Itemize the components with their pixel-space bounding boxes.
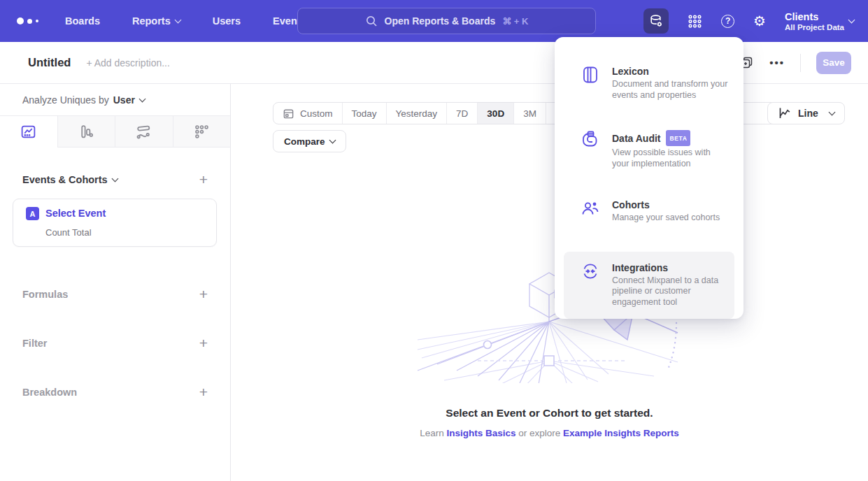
chevron-down-icon (848, 17, 855, 24)
menu-item-description: Document and transform your events and p… (612, 79, 729, 101)
add-event-button[interactable]: + (199, 173, 208, 187)
chevron-down-icon (828, 109, 835, 116)
more-options-button[interactable]: ••• (769, 57, 785, 69)
menu-item-data-audit[interactable]: Data Audit BETA View possible issues wit… (564, 130, 734, 169)
org-name: Clients (785, 11, 844, 23)
date-range-yesterday[interactable]: Yesterday (386, 103, 447, 124)
tab-linear-trend[interactable] (0, 116, 57, 148)
menu-item-title: Data Audit (612, 132, 660, 145)
global-search-input[interactable]: Open Reports & Boards ⌘ + K (297, 8, 596, 34)
measurement-tabs (0, 115, 230, 148)
add-formula-button[interactable]: + (199, 287, 208, 301)
event-card[interactable]: A Select Event Count Total (13, 199, 217, 247)
date-range-3m[interactable]: 3M (513, 103, 546, 124)
series-badge: A (26, 207, 39, 220)
cohorts-users-icon (581, 199, 600, 218)
project-name: All Project Data (785, 23, 844, 31)
analyze-label: Analyze Uniques by (22, 94, 109, 106)
tab-flow[interactable] (115, 116, 173, 148)
apps-grid-button[interactable] (688, 14, 702, 29)
menu-item-description: View possible issues with your implement… (612, 148, 729, 169)
lexicon-book-icon (581, 65, 600, 85)
menu-item-title: Integrations (612, 261, 729, 274)
date-range-today[interactable]: Today (342, 103, 386, 124)
empty-state-heading: Select an Event or Cohort to get started… (231, 407, 868, 419)
date-range-30d[interactable]: 30D (477, 103, 513, 124)
question-mark-icon: ? (721, 15, 734, 28)
add-filter-button[interactable]: + (199, 336, 208, 350)
menu-item-title: Lexicon (612, 65, 729, 78)
chevron-down-icon (329, 137, 336, 144)
chevron-down-icon (111, 175, 118, 182)
chevron-down-icon (174, 17, 181, 24)
flow-icon (136, 124, 152, 140)
tab-bar-chart[interactable] (57, 116, 115, 148)
events-cohorts-header[interactable]: Events & Cohorts (22, 174, 118, 185)
menu-item-cohorts[interactable]: Cohorts Manage your saved cohorts (564, 199, 734, 224)
navbar-actions: ? ⚙ Clients All Project Data (643, 0, 854, 42)
top-navbar: Boards Reports Users Events Open Reports… (0, 0, 868, 42)
analyze-by-dropdown[interactable]: User (113, 94, 145, 106)
date-range-control: Custom Today Yesterday 7D 30D 3M 6M (273, 102, 578, 124)
menu-item-integrations[interactable]: Integrations Connect Mixpanel to a data … (564, 252, 734, 320)
query-builder-sidebar: Analyze Uniques by User (0, 84, 231, 481)
date-range-7d[interactable]: 7D (446, 103, 477, 124)
insights-basics-link[interactable]: Insights Basics (446, 428, 515, 438)
mixpanel-logo[interactable] (17, 17, 38, 24)
example-reports-link[interactable]: Example Insights Reports (563, 428, 679, 438)
search-shortcut: ⌘ + K (502, 16, 528, 27)
menu-item-title: Cohorts (612, 199, 720, 211)
data-management-menu: Lexicon Document and transform your even… (555, 37, 744, 319)
nav-item-boards[interactable]: Boards (65, 15, 100, 27)
learn-text: Learn (420, 428, 444, 438)
nav-item-users[interactable]: Users (213, 15, 241, 27)
help-button[interactable]: ? (721, 15, 734, 28)
data-audit-icon (581, 130, 600, 150)
integrations-sync-icon (581, 261, 600, 281)
nav-item-reports[interactable]: Reports (132, 15, 180, 27)
chart-area: Custom Today Yesterday 7D 30D 3M 6M Comp… (231, 84, 868, 481)
search-icon (365, 15, 378, 27)
date-range-custom[interactable]: Custom (273, 103, 342, 124)
bar-chart-icon (78, 124, 94, 140)
line-chart-icon (778, 106, 792, 120)
report-title[interactable]: Untitled (28, 56, 71, 69)
count-type-label[interactable]: Count Total (45, 227, 92, 238)
breakdown-header: Breakdown (22, 387, 77, 398)
save-button[interactable]: Save (816, 52, 851, 74)
chart-type-dropdown[interactable]: Line (767, 102, 845, 124)
empty-state-links: Learn Insights Basics or explore Example… (231, 428, 868, 438)
select-event-label[interactable]: Select Event (45, 208, 106, 219)
metric-dots-icon (194, 124, 210, 140)
calendar-icon (283, 108, 294, 120)
settings-button[interactable]: ⚙ (753, 14, 766, 28)
explore-text: or explore (518, 428, 560, 438)
database-gear-icon (648, 13, 664, 29)
search-placeholder: Open Reports & Boards (385, 15, 496, 27)
primary-nav: Boards Reports Users Events (65, 15, 306, 27)
line-chart-icon (20, 124, 36, 140)
tab-metric[interactable] (173, 116, 231, 148)
data-management-button[interactable] (643, 8, 669, 34)
add-breakdown-button[interactable]: + (199, 385, 208, 399)
menu-item-lexicon[interactable]: Lexicon Document and transform your even… (564, 65, 734, 101)
chevron-down-icon (138, 96, 145, 103)
grid-apps-icon (688, 14, 702, 29)
divider (800, 54, 801, 72)
menu-item-description: Manage your saved cohorts (612, 213, 720, 224)
compare-button[interactable]: Compare (273, 130, 346, 152)
add-description-field[interactable]: + Add description... (86, 57, 169, 69)
filter-header: Filter (22, 338, 47, 349)
gear-icon: ⚙ (753, 14, 766, 28)
formulas-header: Formulas (22, 289, 68, 300)
project-selector[interactable]: Clients All Project Data (785, 11, 854, 31)
menu-item-description: Connect Mixpanel to a data pipeline or c… (612, 275, 729, 308)
beta-badge: BETA (666, 130, 690, 146)
